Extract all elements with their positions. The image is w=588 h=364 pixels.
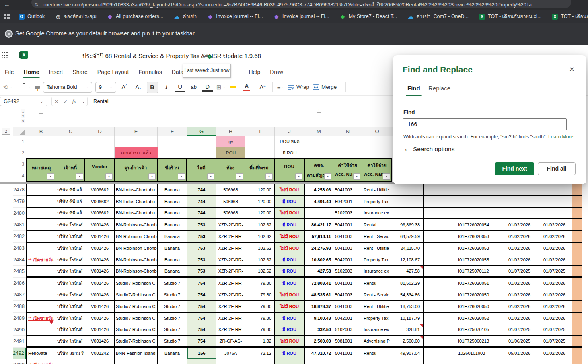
grid-cell-D2480[interactable]: V006662: [85, 208, 115, 219]
grid-cell-M2486[interactable]: 72,803.41: [304, 278, 333, 289]
grid-cell-Q2491[interactable]: [424, 336, 453, 348]
grid-cell-I2484[interactable]: 102.62: [245, 254, 275, 266]
grid-cell-F2490[interactable]: Studio 7: [158, 324, 187, 336]
grid-cell[interactable]: [572, 196, 582, 208]
grid-cell-M2482[interactable]: 57,614.11: [304, 231, 333, 243]
chevron-right-icon[interactable]: ›: [405, 146, 407, 153]
grid-cell-M2489[interactable]: 9,100.43: [304, 313, 333, 324]
grid-cell-F2487[interactable]: Studio 7: [158, 289, 187, 301]
grid-cell[interactable]: [245, 136, 275, 147]
ribbon-tab-file[interactable]: File: [5, 69, 14, 75]
column-header-E[interactable]: E: [115, 127, 158, 136]
column-header-M[interactable]: M: [304, 127, 333, 136]
grid-cell-D2478[interactable]: V006662: [85, 184, 115, 196]
grid-cell-R2483[interactable]: I01F726020053: [453, 243, 502, 254]
grid-cell-C2480[interactable]: บริษัท ซีพี แอ็: [56, 208, 85, 219]
grid-cell-C2478[interactable]: บริษัท ซีพี แอ็: [56, 184, 85, 196]
grid-cell-P2481[interactable]: 96,869.38: [392, 219, 424, 231]
row-header[interactable]: 2478: [13, 184, 26, 196]
row-header[interactable]: 4: [13, 170, 24, 182]
select-all-corner[interactable]: [13, 127, 26, 136]
grid-cell-F2488[interactable]: Studio 7: [158, 301, 187, 313]
grid-cell-R2486[interactable]: I01F726020051: [453, 278, 502, 289]
grid-cell-B2489[interactable]: ** เปิดขายวัน: [26, 313, 56, 324]
grid-cell-E2493[interactable]: [115, 359, 158, 364]
grid-cell-P2484[interactable]: 12,108.67: [392, 254, 424, 266]
paste-button[interactable]: ⌄: [22, 84, 32, 90]
grid-cell-T2482[interactable]: 01/02/2026: [537, 231, 572, 243]
grid-cell-M2491[interactable]: 2,500.00: [304, 336, 333, 348]
fill-color-button[interactable]: ⌄: [230, 85, 241, 89]
grid-cell[interactable]: [56, 136, 85, 147]
bookmark-item[interactable]: ☁ค่าเช่า: [174, 12, 197, 21]
column-header-J[interactable]: J: [275, 127, 304, 136]
grid-cell-S2481[interactable]: 01/02/2026: [502, 219, 537, 231]
table-header-I[interactable]: พื้นที่/ตรม.▾: [245, 158, 275, 182]
row-header[interactable]: 2485: [13, 266, 26, 278]
outline-expand-button[interactable]: +: [39, 109, 43, 114]
format-painter-button[interactable]: [35, 86, 40, 89]
grid-cell-I2489[interactable]: 79.80: [245, 313, 275, 324]
grid-cell-G2488[interactable]: 754: [187, 301, 216, 313]
alignment-button[interactable]: ≡⌄: [277, 84, 285, 90]
grid-cell-Q2482[interactable]: [424, 231, 453, 243]
grid-cell-C2492[interactable]: บริษัท สยาม รี: [56, 348, 85, 359]
decrease-font-button[interactable]: A˅: [133, 82, 144, 93]
grid-cell-D2490[interactable]: V001426: [85, 324, 115, 336]
row-header[interactable]: 2479: [13, 196, 26, 208]
grid-cell-S2482[interactable]: 01/02/2026: [502, 231, 537, 243]
grid-cell[interactable]: [572, 359, 582, 364]
grid-cell-J2478[interactable]: ไม่มี ROU: [275, 184, 304, 196]
grid-cell-M2490[interactable]: 332.50: [304, 324, 333, 336]
grid-cell-C2489[interactable]: บริษัท โรบินส์: [56, 313, 85, 324]
grid-cell-Q2492[interactable]: [424, 348, 453, 359]
grid-cell-J2490[interactable]: มี ROU: [275, 324, 304, 336]
grid-cell-S2480[interactable]: [502, 208, 537, 219]
grid-cell-N2481[interactable]: 5041001: [333, 219, 362, 231]
outline-level-button[interactable]: 1: [21, 109, 25, 113]
grid-cell[interactable]: [304, 147, 333, 158]
grid-cell-N2489[interactable]: 5042001: [333, 313, 362, 324]
grid-cell-H2484[interactable]: XZR-2F-RR-21: [216, 254, 245, 266]
grid-cell-N2488[interactable]: 5041003: [333, 301, 362, 313]
grid-cell[interactable]: [572, 208, 582, 219]
grid-cell-T2478[interactable]: [537, 184, 572, 196]
grid-cell-N2483[interactable]: 5041003: [333, 243, 362, 254]
grid-cell-H2485[interactable]: XZR-2F-RR-21: [216, 266, 245, 278]
row-header[interactable]: 2480: [13, 208, 26, 219]
grid-cell-O2479[interactable]: Property Tax: [362, 196, 392, 208]
grid-cell-Q2484[interactable]: [424, 254, 453, 266]
grid-cell-R2489[interactable]: I01F726020052: [453, 313, 502, 324]
filter-button[interactable]: ▾: [105, 173, 113, 180]
grid-cell-I2493[interactable]: [245, 359, 275, 364]
grid-cell-G2490[interactable]: 754: [187, 324, 216, 336]
row-header[interactable]: 3: [13, 158, 24, 170]
outline-level-button[interactable]: 2: [21, 114, 25, 118]
row-header[interactable]: 2483: [13, 243, 26, 254]
grid-cell-H2491[interactable]: ZR-GF-AS-PM6: [216, 336, 245, 348]
grid-cell-D2481[interactable]: V001426: [85, 219, 115, 231]
grid-cell-S2489[interactable]: 01/02/2026: [502, 313, 537, 324]
grid-cell-P2492[interactable]: 49,907.04: [392, 348, 424, 359]
grid-cell-M2485[interactable]: 427.58: [304, 266, 333, 278]
grid-cell-B2486[interactable]: [26, 278, 56, 289]
ribbon-tab-page-layout[interactable]: Page Layout: [97, 69, 129, 75]
site-info-icon[interactable]: ⇅: [35, 2, 40, 7]
grid-cell-I2488[interactable]: 79.80: [245, 301, 275, 313]
grid-cell-P2483[interactable]: 24,115.70: [392, 243, 424, 254]
grid-cell-D2483[interactable]: V001426: [85, 243, 115, 254]
wrap-button[interactable]: Wrap: [288, 84, 309, 90]
grid-cell-M2481[interactable]: 86,421.17: [304, 219, 333, 231]
grid-cell-M2479[interactable]: 4,491.40: [304, 196, 333, 208]
grid-cell[interactable]: [572, 219, 582, 231]
column-header-D[interactable]: D: [85, 127, 115, 136]
ribbon-tab-insert[interactable]: Insert: [49, 69, 63, 75]
merge-button[interactable]: Merge⌄: [313, 84, 341, 90]
grid-cell-M2493[interactable]: [304, 359, 333, 364]
grid-cell-R2480[interactable]: [453, 208, 502, 219]
grid-cell-P2491[interactable]: 2,500.00: [392, 336, 424, 348]
grid-cell-S2486[interactable]: 01/02/2026: [502, 278, 537, 289]
grid-cell-O2484[interactable]: Property Tax: [362, 254, 392, 266]
grid-cell-O2480[interactable]: Insurance ex: [362, 208, 392, 219]
grid-cell-N2484[interactable]: 5042001: [333, 254, 362, 266]
